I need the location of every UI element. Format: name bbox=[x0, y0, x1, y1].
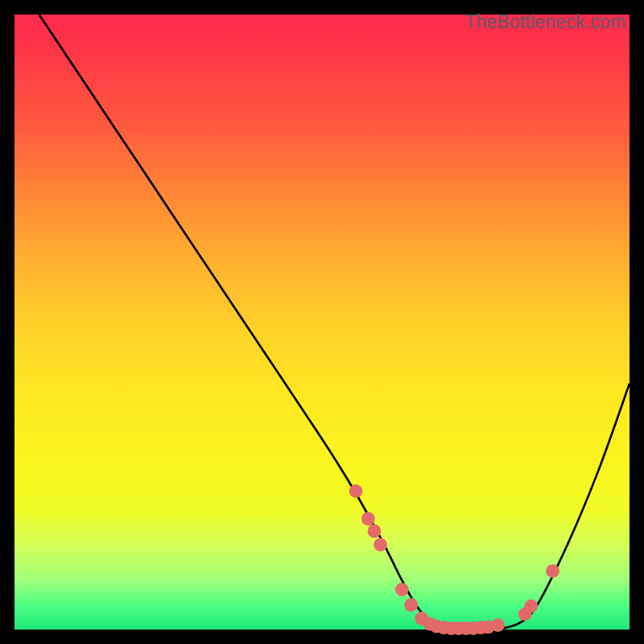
data-marker bbox=[546, 564, 559, 578]
data-marker bbox=[349, 485, 363, 498]
chart-svg-layer bbox=[14, 14, 630, 630]
bottleneck-curve bbox=[39, 14, 630, 631]
data-marker bbox=[361, 512, 375, 526]
data-marker bbox=[374, 538, 387, 551]
data-markers bbox=[349, 485, 559, 635]
watermark-text: TheBottleneck.com bbox=[465, 11, 626, 33]
chart-container: TheBottleneck.com bbox=[0, 0, 644, 644]
data-marker bbox=[524, 600, 538, 613]
data-marker bbox=[368, 524, 382, 538]
data-marker bbox=[491, 618, 505, 632]
data-marker bbox=[404, 598, 418, 612]
data-marker bbox=[395, 583, 409, 597]
